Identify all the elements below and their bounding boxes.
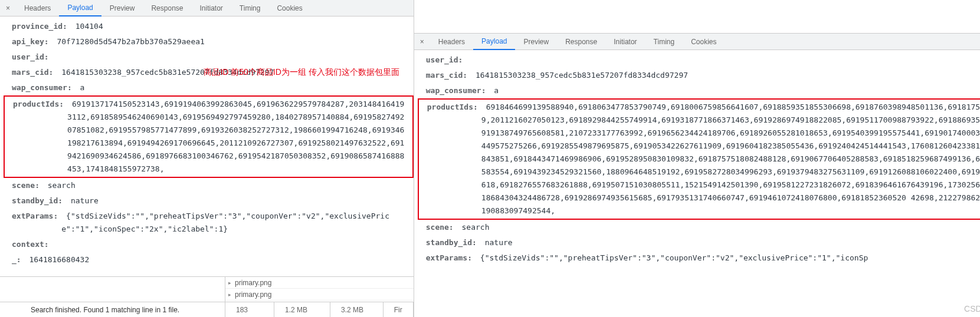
key: standby_id: <box>12 194 66 207</box>
field-row: standby_id: nature <box>4 193 414 209</box>
key: _: <box>12 253 25 266</box>
field-row: wap_consumer: a <box>418 83 980 98</box>
tab-initiator[interactable]: Initiator <box>605 34 645 50</box>
value: a <box>76 81 90 94</box>
field-row: mars_cid: 1641815303238_957cedc5b831e572… <box>418 68 980 83</box>
csdn-watermark: CSDN @魔王不会哭 <box>964 304 980 315</box>
field-row: context: <box>4 237 414 252</box>
field-row-productids: productIds: 6918464699139588940,69180634… <box>418 98 980 220</box>
value: nature <box>66 194 103 207</box>
field-row: scene: search <box>418 220 980 235</box>
key: user_id: <box>12 51 53 64</box>
key: api_key: <box>12 35 53 48</box>
field-row: standby_id: nature <box>418 235 980 250</box>
list-item[interactable]: ▸primary.png <box>225 277 414 289</box>
left-bottom-bar: ▸primary.png ▸primary.png Search finishe… <box>0 276 414 317</box>
list-item[interactable]: ▸primary.png <box>225 289 414 301</box>
value: {"stdSizeVids":"","preheatTipsVer":"3","… <box>476 252 873 265</box>
key: user_id: <box>426 54 467 67</box>
value: 6918464699139588940,6918063477853790749,… <box>481 101 980 217</box>
chevron-right-icon: ▸ <box>225 292 234 298</box>
value: 1641815303238_957cedc5b831e57207fd8334dc… <box>471 69 693 82</box>
field-row: extParams: {"stdSizeVids":"","preheatTip… <box>4 209 414 237</box>
field-row: user_id: <box>4 49 414 65</box>
tab-headers[interactable]: Headers <box>430 34 473 50</box>
close-icon[interactable]: × <box>0 4 16 12</box>
tab-response[interactable]: Response <box>557 34 605 50</box>
tab-cookies[interactable]: Cookies <box>268 0 310 16</box>
key: scene: <box>426 221 457 234</box>
field-row: province_id: 104104 <box>4 19 414 34</box>
tab-response[interactable]: Response <box>143 0 191 16</box>
right-filter-checkboxes: Group by frame Capture screenshots <box>414 0 980 34</box>
value: search <box>43 179 80 192</box>
value: a <box>489 84 503 97</box>
key: wap_consumer: <box>426 84 490 97</box>
value: 6919137174150523143,6919194063992863045,… <box>67 98 412 176</box>
key: province_id: <box>12 20 71 33</box>
key: productIds: <box>13 98 67 111</box>
field-row: api_key: 70f71280d5d547b2a7bb370a529aeea… <box>4 34 414 49</box>
left-payload-body: province_id: 104104 api_key: 70f71280d5d… <box>0 16 414 276</box>
close-icon[interactable]: × <box>414 38 430 46</box>
key: mars_cid: <box>12 66 57 79</box>
key: wap_consumer: <box>12 81 76 94</box>
field-row: wap_consumer: a <box>4 80 414 95</box>
chevron-right-icon: ▸ <box>225 280 234 286</box>
network-meta: 183 requests 1.2 MB transferred 3.2 MB r… <box>225 302 414 318</box>
search-results: ▸primary.png ▸primary.png <box>225 277 414 302</box>
key: standby_id: <box>426 236 480 249</box>
key: extParams: <box>426 252 476 265</box>
key: extParams: <box>12 210 61 223</box>
tab-payload[interactable]: Payload <box>59 0 101 16</box>
tab-initiator[interactable]: Initiator <box>191 0 231 16</box>
tab-cookies[interactable]: Cookies <box>683 34 725 50</box>
value: search <box>457 221 494 234</box>
key: scene: <box>12 179 43 192</box>
value: 1641816680432 <box>25 253 94 266</box>
field-row-productids: productIds: 6919137174150523143,69191940… <box>4 95 414 178</box>
left-tabs: × Headers Payload Preview Response Initi… <box>0 0 414 16</box>
field-row: user_id: <box>418 52 980 68</box>
value: nature <box>480 236 517 249</box>
tab-preview[interactable]: Preview <box>515 34 557 50</box>
annotation-text: 商品ID 前50个商品ID为一组 传入我们这个数据包里面 <box>204 67 399 78</box>
value: 104104 <box>71 20 108 33</box>
value: 70f71280d5d547b2a7bb370a529aeea1 <box>53 35 209 48</box>
tab-preview[interactable]: Preview <box>101 0 143 16</box>
key: productIds: <box>427 101 481 114</box>
field-row: scene: search <box>4 178 414 193</box>
search-status: Search finished. Found 1 matching line i… <box>0 302 225 318</box>
right-payload-body: user_id: mars_cid: 1641815303238_957cedc… <box>414 50 980 317</box>
field-row: _: 1641816680432 <box>4 252 414 268</box>
tab-headers[interactable]: Headers <box>16 0 59 16</box>
key: mars_cid: <box>426 69 471 82</box>
value: {"stdSizeVids":"","preheatTipsVer":"3","… <box>61 210 413 236</box>
tab-timing[interactable]: Timing <box>231 0 269 16</box>
key: context: <box>12 238 53 251</box>
tab-timing[interactable]: Timing <box>645 34 683 50</box>
tab-payload[interactable]: Payload <box>473 34 515 50</box>
field-row: extParams: {"stdSizeVids":"","preheatTip… <box>418 250 980 266</box>
right-tabs: × Headers Payload Preview Response Initi… <box>414 34 980 50</box>
